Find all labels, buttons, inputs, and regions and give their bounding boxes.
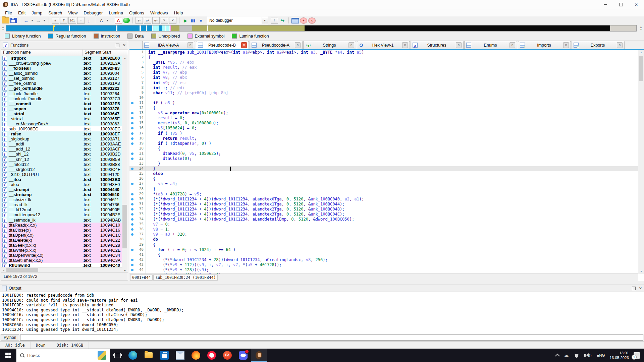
jump-to-address-icon[interactable]: ↓ — [86, 17, 92, 24]
add-breakpoint-icon[interactable]: + — [300, 17, 307, 24]
navband-segment[interactable] — [162, 25, 165, 31]
code-line-14[interactable]: 14 result = 0; — [129, 116, 638, 121]
function-row-strcmpi[interactable]: f__strcmpi.text10094440 — [1, 187, 122, 192]
pseudocode-view[interactable]: 1int __userpurge sub_1001FB30@<eax>(int … — [129, 50, 638, 274]
function-row-xtoa[interactable]: f_xtoa.text100943E0 — [1, 182, 122, 187]
code-line-24[interactable]: 24 } — [129, 166, 638, 171]
scrollbar-thumb[interactable] — [122, 205, 127, 248]
notification-center-icon[interactable]: 1 — [634, 352, 640, 359]
code-line-20[interactable]: 20 { — [129, 146, 638, 151]
navband-segment[interactable] — [171, 25, 179, 31]
problems-list-icon[interactable]: A — [115, 17, 122, 24]
function-row-dtagettime-x-x-x[interactable]: fdtaGetTime(x,x,x).text10094C3A — [1, 258, 122, 263]
create-string-menu-icon[interactable]: ▾ — [106, 17, 109, 24]
navband-segment[interactable] — [159, 25, 162, 31]
desktop-windows-icon[interactable] — [291, 18, 299, 23]
function-row-dtadelete-x[interactable]: fdtaDelete(x).text10094C22 — [1, 238, 122, 243]
close-tab-icon[interactable]: ✕ — [241, 42, 247, 48]
code-line-41[interactable]: 41 { — [129, 252, 638, 257]
function-row-strpbrk[interactable]: f_strpbrk.text10092E00 — [1, 56, 122, 61]
navband-scroll-left[interactable]: ▲▼ — [0, 25, 6, 31]
code-line-33[interactable]: 33 (*(*dword_101C1234 + 4))(dword_101C12… — [129, 212, 638, 217]
output-titlebar[interactable]: Output ✕ — [0, 285, 644, 292]
create-string-icon[interactable]: A — [98, 17, 105, 24]
function-row-shl-12[interactable]: f___shl_12.text10093B2D — [1, 152, 122, 157]
run-until-return-icon[interactable]: ↪ — [279, 17, 286, 24]
column-header-segment[interactable]: Segment — [83, 50, 100, 56]
debugger-select[interactable]: No debugger▾ — [207, 17, 268, 24]
navband-segment[interactable] — [166, 25, 169, 31]
save-database-icon[interactable] — [10, 18, 17, 23]
tab-hex-view-1[interactable]: Hex View-1✕ — [357, 41, 410, 49]
code-line-6[interactable]: 6 int v8; // ebx — [129, 75, 638, 80]
panel-float-icon[interactable] — [116, 44, 119, 47]
code-line-42[interactable]: 42 (*(*dword_101C1234 + 28))(dword_101C1… — [129, 257, 638, 262]
menu-help[interactable]: Help — [171, 10, 186, 16]
language-indicator[interactable]: ENG — [597, 353, 605, 357]
code-line-18[interactable]: 18 return result; — [129, 136, 638, 141]
code-line-11[interactable]: 11 if ( a5 ) — [129, 101, 638, 106]
code-line-9[interactable]: 9 char v11; // [esp+6Ch] [ebp-8h] — [129, 90, 638, 96]
function-row-get-osfhandle[interactable]: f__get_osfhandle.text10093222 — [1, 86, 122, 91]
cli-language-selector[interactable]: Python — [1, 335, 19, 341]
tray-chevron-up-icon[interactable] — [555, 353, 560, 358]
pseudocode-vertical-scrollbar[interactable]: ▲ ▼ — [638, 50, 644, 274]
navband-segment[interactable] — [153, 25, 156, 31]
taskbar-app-opera[interactable] — [204, 349, 219, 362]
code-line-28[interactable]: 28 } — [129, 187, 638, 192]
code-line-3[interactable]: 3 _BYTE *v5; // ebx — [129, 60, 638, 65]
code-line-35[interactable]: 35 v7 = 0; — [129, 222, 638, 227]
stop-process-icon[interactable]: ■ — [198, 17, 204, 24]
tab-enums[interactable]: Enums✕ — [464, 41, 517, 49]
code-line-16[interactable]: 16 v5[1050624] = 0; — [129, 126, 638, 131]
code-line-12[interactable]: 12 { — [129, 106, 638, 111]
code-line-25[interactable]: 25 else — [129, 171, 638, 176]
maximize-button[interactable] — [613, 0, 629, 9]
functions-vertical-scrollbar[interactable]: ▲ ▼ — [122, 56, 128, 273]
search-bytes-icon[interactable]: # — [52, 17, 59, 24]
code-line-23[interactable]: 23 } — [129, 161, 638, 166]
code-line-1[interactable]: 1int __userpurge sub_1001FB30@<eax>(int … — [129, 50, 638, 55]
menu-search[interactable]: Search — [45, 10, 65, 16]
navband-segment[interactable] — [117, 25, 140, 31]
minimize-button[interactable] — [598, 0, 613, 9]
create-union-icon[interactable]: u+ — [144, 17, 151, 24]
wifi-icon[interactable] — [574, 353, 580, 358]
navigate-forward-icon[interactable]: → — [35, 17, 42, 24]
navband-segment[interactable] — [6, 25, 53, 31]
scroll-down-icon[interactable]: ▼ — [638, 269, 644, 274]
menu-edit[interactable]: Edit — [15, 10, 29, 16]
tab-imports[interactable]: Imports✕ — [518, 41, 571, 49]
function-row-strtoxl[interactable]: f_strtoxl.text1009365E — [1, 116, 122, 121]
code-line-13[interactable]: 13 v5 = operator new(0x100801u); — [129, 111, 638, 116]
function-row-sopen[interactable]: f__sopen.text10093378 — [1, 106, 122, 111]
tab-structures[interactable]: Structures✕ — [411, 41, 464, 49]
create-enum-icon[interactable]: e+ — [152, 17, 160, 24]
navigation-band[interactable] — [6, 25, 637, 32]
code-line-8[interactable]: 8 int i; // edi — [129, 85, 638, 90]
onedrive-icon[interactable]: ☁ — [564, 352, 569, 358]
close-button[interactable]: ✕ — [629, 0, 644, 9]
function-row-crtgetstringtypea[interactable]: f___crtGetStringTypeA.text10092E3A — [1, 61, 122, 66]
scrollbar-thumb[interactable] — [639, 56, 643, 81]
navigate-back-icon[interactable]: ← — [23, 17, 30, 24]
close-tab-icon[interactable]: ✕ — [348, 42, 354, 48]
tab-pseudocode-b[interactable]: Pseudocode-B✕ — [196, 41, 249, 49]
function-row-read-lk[interactable]: f__read_lk.text10094736 — [1, 202, 122, 207]
function-row-lock-fhandle[interactable]: f__lock_fhandle.text10093264 — [1, 91, 122, 96]
function-row-unlock-fhandle[interactable]: f__unlock_fhandle.text100932C3 — [1, 96, 122, 101]
menu-jump[interactable]: Jump — [29, 10, 45, 16]
close-tab-icon[interactable]: ✕ — [402, 42, 408, 48]
function-row-crtmessageboxa[interactable]: f___crtMessageBoxA.text10093863 — [1, 121, 122, 126]
function-row-free-osfhnd[interactable]: f__free_osfhnd.text100931A3 — [1, 81, 122, 86]
navband-segment[interactable] — [147, 25, 152, 31]
function-row-strnicmp[interactable]: f__strnicmp.text10094510 — [1, 192, 122, 197]
code-line-34[interactable]: 34 (*(*dword_101C1234 + 4))(dword_101C12… — [129, 217, 638, 222]
function-row-dtawrite-x-x-x[interactable]: fdtaWrite(x,x,x).text10094C2E — [1, 248, 122, 253]
function-row-fcloseall[interactable]: f__fcloseall.text10092F83 — [1, 66, 122, 71]
scroll-up-icon[interactable]: ▲ — [122, 56, 128, 61]
code-line-15[interactable]: 15 memset(v5, 0, 0x100800u); — [129, 121, 638, 126]
taskbar-search[interactable]: Поиск — [16, 349, 110, 362]
scroll-left-icon[interactable]: ◄ — [1, 267, 6, 273]
functions-panel-titlebar[interactable]: f Functions ✕ — [1, 41, 128, 50]
